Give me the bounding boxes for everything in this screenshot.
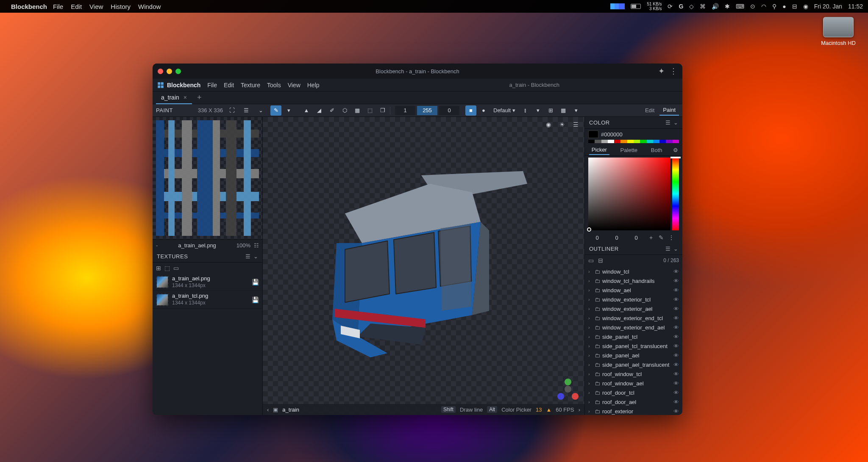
- brush-tool-icon[interactable]: ✎: [270, 105, 281, 116]
- grid-dropdown-icon[interactable]: ▾: [570, 105, 581, 116]
- chevron-right-icon[interactable]: ›: [588, 315, 593, 321]
- app-menu-view[interactable]: View: [288, 82, 300, 89]
- window-minimize-button[interactable]: [167, 69, 172, 74]
- outliner-item[interactable]: ›🗀window_exterior_tcl👁: [585, 295, 682, 304]
- outliner-expand-icon[interactable]: ⊟: [598, 257, 603, 264]
- outliner-item[interactable]: ›🗀side_panel_tcl👁: [585, 332, 682, 341]
- menubar-graph-icon[interactable]: [610, 3, 625, 9]
- mirror-dropdown-icon[interactable]: ▾: [532, 105, 543, 116]
- uv-editor[interactable]: [153, 117, 262, 240]
- outliner-item[interactable]: ›🗀window_exterior_end_ael👁: [585, 323, 682, 332]
- macos-app-name[interactable]: Blockbench: [11, 3, 47, 10]
- macos-menu-edit[interactable]: Edit: [71, 3, 82, 10]
- menubar-diamond-icon[interactable]: ◇: [689, 3, 694, 10]
- app-menu-tools[interactable]: Tools: [267, 82, 281, 89]
- copy-tool-icon[interactable]: ❐: [377, 105, 388, 116]
- outliner-item[interactable]: ›🗀window_exterior_ael👁: [585, 304, 682, 313]
- status-notification-count[interactable]: 13: [536, 407, 542, 413]
- menubar-wifi-icon[interactable]: ⊙: [750, 3, 755, 10]
- visibility-icon[interactable]: 👁: [673, 343, 679, 349]
- tab-a-train[interactable]: a_train ×: [156, 91, 192, 104]
- visibility-icon[interactable]: 👁: [673, 362, 679, 368]
- brush-shape-circle-icon[interactable]: ●: [478, 105, 489, 116]
- brush-dropdown-icon[interactable]: ▾: [283, 105, 294, 116]
- outliner-item[interactable]: ›🗀side_panel_ael👁: [585, 351, 682, 360]
- mode-paint-tab[interactable]: Paint: [659, 105, 679, 116]
- outliner-list[interactable]: ›🗀window_tcl👁›🗀window_tcl_handrails👁›🗀wi…: [585, 266, 682, 415]
- visibility-icon[interactable]: 👁: [673, 306, 679, 312]
- shape-tool-icon[interactable]: ⬡: [339, 105, 350, 116]
- window-titlebar[interactable]: Blockbench - a_train - Blockbench ✦ ⋮: [153, 64, 682, 79]
- uv-prev-icon[interactable]: -: [156, 242, 158, 249]
- visibility-icon[interactable]: 👁: [673, 315, 679, 321]
- status-forward-icon[interactable]: ›: [579, 407, 580, 413]
- outliner-menu-icon[interactable]: ☰: [665, 246, 671, 252]
- outliner-item[interactable]: ›🗀window_ael👁: [585, 285, 682, 295]
- uv-chevron-icon[interactable]: ⌄: [255, 105, 266, 116]
- chevron-right-icon[interactable]: ›: [588, 297, 593, 302]
- app-menu-edit[interactable]: Edit: [224, 82, 234, 89]
- window-close-button[interactable]: [158, 69, 163, 74]
- palette-swatch[interactable]: [634, 140, 640, 143]
- palette-swatch[interactable]: [647, 140, 653, 143]
- viewport-sun-icon[interactable]: ☀: [556, 119, 568, 130]
- window-menu-icon[interactable]: ⋮: [670, 66, 677, 76]
- outliner-item[interactable]: ›🗀window_tcl_handrails👁: [585, 276, 682, 285]
- orientation-gizmo[interactable]: [557, 379, 579, 400]
- palette-swatch[interactable]: [595, 140, 601, 143]
- outliner-item[interactable]: ›🗀window_exterior_end_tcl👁: [585, 313, 682, 323]
- hue-bar[interactable]: [672, 158, 679, 230]
- menubar-link-icon[interactable]: ⌘: [700, 3, 706, 10]
- palette-swatch[interactable]: [659, 140, 666, 143]
- app-logo[interactable]: Blockbench: [157, 81, 200, 89]
- texture-save-icon[interactable]: 💾: [252, 279, 259, 285]
- palette-swatch[interactable]: [601, 140, 608, 143]
- mode-edit-tab[interactable]: Edit: [642, 105, 658, 115]
- status-back-icon[interactable]: ‹: [267, 407, 269, 413]
- macos-menu-file[interactable]: File: [53, 3, 63, 10]
- gizmo-x-icon[interactable]: [572, 393, 579, 400]
- visibility-icon[interactable]: 👁: [673, 296, 679, 303]
- menubar-network[interactable]: 51 KB/s3 KB/s: [647, 2, 662, 11]
- gizmo-y-icon[interactable]: [565, 379, 571, 385]
- menubar-control-icon[interactable]: ⊟: [792, 3, 797, 10]
- chevron-right-icon[interactable]: ›: [588, 306, 593, 311]
- grid-icon[interactable]: ▦: [558, 105, 569, 116]
- hue-cursor[interactable]: [670, 157, 681, 158]
- uv-menu-icon[interactable]: ☰: [241, 105, 252, 116]
- color-settings-icon[interactable]: ⚙: [673, 147, 678, 153]
- outliner-item[interactable]: ›🗀window_tcl👁: [585, 267, 682, 276]
- brush-shape-square-icon[interactable]: ■: [465, 105, 476, 116]
- chevron-right-icon[interactable]: ›: [588, 334, 593, 339]
- chevron-right-icon[interactable]: ›: [588, 371, 593, 376]
- palette-swatch[interactable]: [620, 140, 627, 143]
- menubar-wifi2-icon[interactable]: ◠: [761, 3, 766, 10]
- outliner-item[interactable]: ›🗀roof_window_tcl👁: [585, 369, 682, 379]
- palette-swatch[interactable]: [614, 140, 620, 143]
- texture-item[interactable]: a_train_ael.png 1344 x 1344px 💾: [153, 274, 262, 291]
- macos-menu-history[interactable]: History: [111, 3, 131, 10]
- menubar-battery-icon[interactable]: [631, 4, 641, 9]
- color-hex-input[interactable]: [601, 131, 679, 138]
- brush-size-input[interactable]: [395, 106, 415, 115]
- tab-close-icon[interactable]: ×: [184, 94, 187, 101]
- menubar-keyboard-icon[interactable]: ⌨: [736, 3, 744, 10]
- textures-menu-icon[interactable]: ☰: [245, 253, 251, 260]
- color-chevron-icon[interactable]: ⌄: [673, 119, 679, 126]
- rgb-r-input[interactable]: [588, 235, 606, 241]
- color-picker[interactable]: [585, 156, 682, 232]
- visibility-icon[interactable]: 👁: [673, 278, 679, 284]
- palette-swatch[interactable]: [588, 140, 595, 143]
- outliner-item[interactable]: ›🗀side_panel_tcl_translucent👁: [585, 341, 682, 351]
- visibility-icon[interactable]: 👁: [673, 324, 679, 331]
- gizmo-z-icon[interactable]: [557, 393, 564, 400]
- menubar-time[interactable]: 11:52: [848, 3, 863, 10]
- color-tab-palette[interactable]: Palette: [618, 146, 640, 155]
- menubar-bluetooth-icon[interactable]: ✱: [725, 3, 730, 10]
- mirror-icon[interactable]: ⫿: [520, 105, 531, 116]
- menubar-siri-icon[interactable]: ◉: [803, 3, 808, 10]
- texture-add-icon[interactable]: ⊞: [156, 265, 161, 271]
- chevron-right-icon[interactable]: ›: [588, 325, 593, 330]
- status-warning-icon[interactable]: ▲: [546, 407, 551, 413]
- fill-tool-icon[interactable]: ▲: [301, 105, 312, 116]
